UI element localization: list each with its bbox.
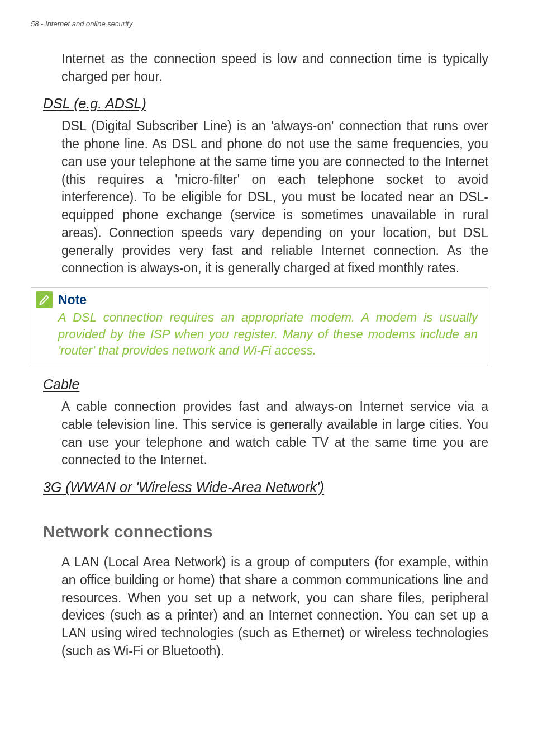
network-connections-heading: Network connections — [31, 522, 488, 541]
network-connections-body: A LAN (Local Area Network) is a group of… — [31, 554, 488, 660]
running-header: 58 - Internet and online security — [31, 20, 488, 28]
note-box: Note A DSL connection requires an approp… — [31, 287, 488, 366]
document-page: 58 - Internet and online security Intern… — [0, 0, 533, 756]
intro-paragraph: Internet as the connection speed is low … — [31, 50, 488, 86]
cable-body: A cable connection provides fast and alw… — [31, 398, 488, 469]
note-body: A DSL connection requires an appropriate… — [58, 309, 478, 359]
page-number: 58 — [31, 20, 39, 28]
wwan-heading: 3G (WWAN or 'Wireless Wide-Area Network'… — [31, 479, 488, 495]
pencil-icon — [36, 291, 53, 308]
note-title: Note — [58, 292, 87, 308]
note-header: Note — [36, 291, 478, 308]
dsl-heading: DSL (e.g. ADSL) — [31, 96, 488, 112]
cable-heading: Cable — [31, 376, 488, 393]
section-title: Internet and online security — [45, 20, 132, 28]
dsl-body: DSL (Digital Subscriber Line) is an 'alw… — [31, 117, 488, 277]
